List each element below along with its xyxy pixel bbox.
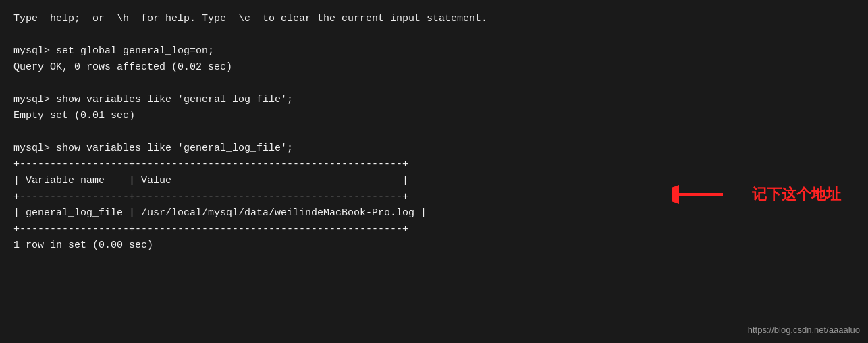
- terminal-separator-1: +------------------+--------------------…: [13, 157, 855, 173]
- terminal-table-row: | general_log_file | /usr/local/mysql/da…: [13, 205, 855, 221]
- terminal-line-4: mysql> show variables like 'general_log …: [13, 92, 855, 108]
- terminal-line-3: Query OK, 0 rows affected (0.02 sec): [13, 59, 855, 76]
- terminal-table-header: | Variable_name | Value |: [13, 173, 855, 189]
- blank-line-2: [13, 76, 855, 92]
- terminal-separator-2: +------------------+--------------------…: [13, 189, 855, 205]
- terminal-line-5: Empty set (0.01 sec): [13, 108, 855, 124]
- watermark: https://blog.csdn.net/aaaaluo: [748, 323, 860, 338]
- terminal-separator-3: +------------------+--------------------…: [13, 221, 855, 238]
- terminal-window: Type help; or \h for help. Type \c to cl…: [0, 0, 868, 343]
- terminal-line-6: mysql> show variables like 'general_log_…: [13, 140, 855, 157]
- annotation-text: 记下这个地址: [752, 182, 841, 206]
- terminal-line-1: Type help; or \h for help. Type \c to cl…: [13, 11, 855, 27]
- terminal-line-2: mysql> set global general_log=on;: [13, 43, 855, 59]
- annotation-container: 记下这个地址: [752, 182, 841, 206]
- terminal-line-result: 1 row in set (0.00 sec): [13, 238, 855, 254]
- blank-line-1: [13, 27, 855, 43]
- blank-line-3: [13, 124, 855, 140]
- annotation-arrow: [672, 174, 726, 221]
